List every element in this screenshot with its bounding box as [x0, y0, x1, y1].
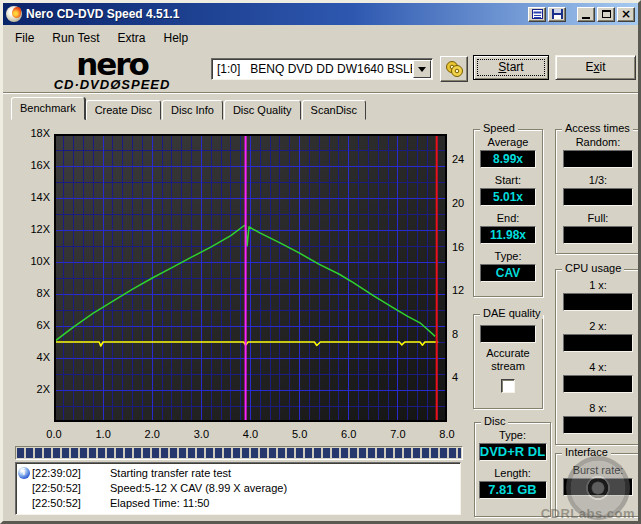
dae-quality-panel: DAE quality Accurate stream	[473, 314, 543, 409]
x-axis-tick: 0.0	[41, 428, 67, 440]
progress-bar-fill	[17, 448, 461, 458]
tab-benchmark[interactable]: Benchmark	[11, 97, 85, 120]
y-axis-tick-right: 8	[452, 328, 472, 342]
y-axis-tick-left: 14X	[16, 191, 50, 205]
menu-bar: FileRun TestExtraHelp	[6, 27, 635, 48]
log-message: Elapsed Time: 11:50	[110, 497, 209, 509]
grid-lines	[54, 134, 447, 422]
maximize-button[interactable]	[597, 7, 615, 22]
average-speed-label: Average	[474, 136, 542, 148]
disc-type-value: DVD+R DL	[479, 443, 547, 461]
tab-disc-quality[interactable]: Disc Quality	[224, 100, 301, 120]
log-row: [22:50:52] Speed:5-12 X CAV (8.99 X aver…	[16, 480, 460, 495]
menu-item-help[interactable]: Help	[155, 29, 198, 47]
disc-length-value: 7.81 GB	[479, 481, 547, 499]
info-icon	[18, 467, 30, 479]
full-access-value	[563, 226, 633, 244]
end-speed-value: 11.98x	[480, 226, 536, 244]
tab-bar: BenchmarkCreate DiscDisc InfoDisc Qualit…	[11, 97, 367, 120]
cpu-4x-label: 4 x:	[556, 361, 640, 373]
exit-button-label: Exit	[585, 60, 605, 74]
x-axis-tick: 7.0	[385, 428, 411, 440]
drive-select-value: [1:0] BENQ DVD DD DW1640 BSLB	[212, 62, 412, 76]
y-axis-tick-right: 20	[452, 197, 472, 211]
cpu-1x-label: 1 x:	[556, 279, 640, 291]
log-message: Starting transfer rate test	[110, 467, 231, 479]
access-times-panel-title: Access times	[562, 122, 633, 134]
access-times-panel: Access times Random: 1/3: Full:	[555, 129, 641, 254]
disc-type-label: Type:	[475, 429, 550, 441]
cpu-2x-label: 2 x:	[556, 320, 640, 332]
random-access-value	[563, 150, 633, 168]
y-axis-tick-right: 24	[452, 153, 472, 167]
y-axis-tick-left: 10X	[16, 255, 50, 269]
y-axis-tick-left: 12X	[16, 223, 50, 237]
y-axis-tick-left: 18X	[16, 127, 50, 141]
minimize-icon	[582, 17, 590, 19]
y-axis-tick-left: 2X	[16, 383, 50, 397]
speed-type-label: Type:	[474, 250, 542, 262]
average-speed-value: 8.99x	[480, 150, 536, 168]
log-message: Speed:5-12 X CAV (8.99 X average)	[110, 482, 287, 494]
cpu-2x-value	[563, 334, 633, 352]
eject-discs-button[interactable]	[440, 56, 468, 82]
x-axis-tick: 4.0	[238, 428, 264, 440]
nero-logo-text: nero	[17, 51, 207, 77]
log-timestamp: [22:50:52]	[32, 482, 96, 494]
cpu-1x-value	[563, 293, 633, 311]
x-axis-tick: 1.0	[90, 428, 116, 440]
accurate-stream-label: Accurate stream	[474, 347, 542, 373]
y-axis-tick-left: 16X	[16, 159, 50, 173]
minimize-button[interactable]	[577, 7, 595, 22]
speed-panel-title: Speed	[480, 122, 518, 134]
cd-dvd-speed-logo-text: CD·DVDØSPEED	[17, 77, 207, 92]
y-axis-tick-right: 16	[452, 241, 472, 255]
one-third-access-value	[563, 188, 633, 206]
copy-icon	[532, 9, 543, 19]
log-row: [22:39:02] Starting transfer rate test	[16, 465, 460, 480]
start-speed-value: 5.01x	[480, 188, 536, 206]
start-button[interactable]: Start	[473, 55, 549, 80]
tab-create-disc[interactable]: Create Disc	[86, 100, 161, 120]
app-icon	[6, 6, 22, 22]
exit-button[interactable]: Exit	[555, 55, 636, 80]
drive-select[interactable]: [1:0] BENQ DVD DD DW1640 BSLB	[211, 58, 433, 80]
disc-panel: Disc Type: DVD+R DL Length: 7.81 GB	[474, 422, 551, 517]
header-separator	[3, 92, 638, 94]
start-speed-label: Start:	[474, 174, 542, 186]
drive-select-dropdown-button[interactable]	[413, 60, 431, 78]
y-axis-tick-left: 8X	[16, 287, 50, 301]
random-access-label: Random:	[556, 136, 640, 148]
maximize-icon	[602, 10, 611, 18]
save-button[interactable]	[548, 7, 566, 22]
dae-quality-value	[480, 325, 536, 343]
accurate-stream-checkbox[interactable]	[501, 379, 515, 393]
menu-item-file[interactable]: File	[6, 29, 43, 47]
tab-disc-info[interactable]: Disc Info	[162, 100, 223, 120]
save-icon	[552, 9, 563, 19]
benchmark-plot	[54, 134, 447, 422]
menu-item-run-test[interactable]: Run Test	[43, 29, 108, 47]
start-button-focus	[477, 59, 545, 76]
close-icon: ×	[621, 9, 631, 19]
close-button[interactable]: ×	[617, 7, 635, 22]
nero-logo: nero CD·DVDØSPEED	[17, 51, 207, 92]
end-speed-label: End:	[474, 212, 542, 224]
tab-scandisc[interactable]: ScanDisc	[302, 100, 366, 120]
disc-panel-title: Disc	[481, 415, 508, 427]
speed-panel: Speed Average 8.99x Start: 5.01x End: 11…	[473, 129, 543, 297]
log-list[interactable]: [22:39:02] Starting transfer rate test […	[15, 462, 461, 515]
copy-to-clipboard-button[interactable]	[528, 7, 546, 22]
full-access-label: Full:	[556, 212, 640, 224]
x-axis-tick: 2.0	[139, 428, 165, 440]
cpu-usage-panel: CPU usage 1 x: 2 x: 4 x: 8 x:	[555, 269, 641, 445]
burst-rate-value	[563, 478, 633, 496]
benchmark-chart	[54, 134, 447, 422]
disc-length-label: Length:	[475, 467, 550, 479]
interface-panel-title: Interface	[562, 446, 611, 458]
cpu-8x-value	[563, 416, 633, 434]
title-bar: Nero CD-DVD Speed 4.51.1 ×	[3, 3, 638, 25]
x-axis-tick: 8.0	[434, 428, 460, 440]
dae-quality-panel-title: DAE quality	[480, 307, 543, 319]
menu-item-extra[interactable]: Extra	[108, 29, 154, 47]
